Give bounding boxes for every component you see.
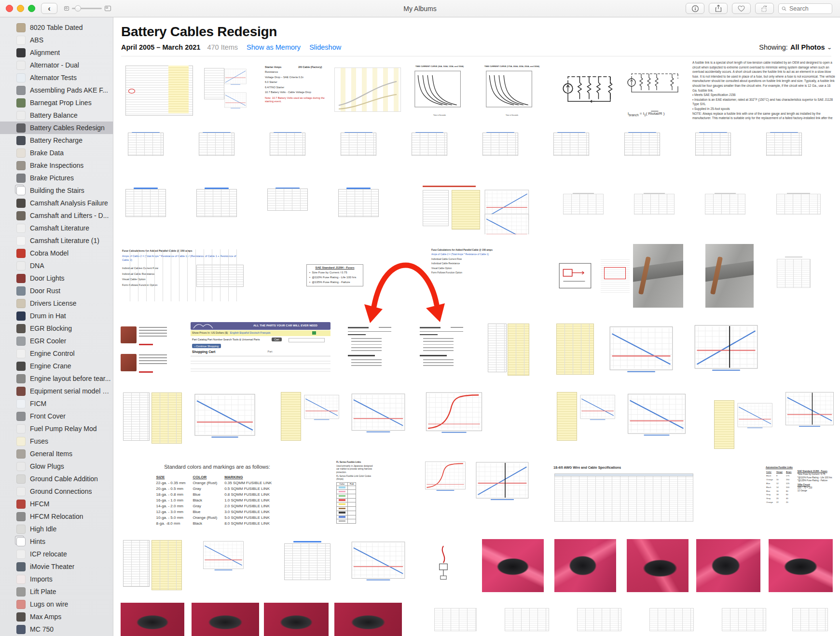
sidebar-item-drum-in-hat[interactable]: Drum in Hat [0,310,113,322]
photo-thumbnail-table-pair[interactable] [486,321,531,377]
photo-thumbnail-chart[interactable] [201,540,246,590]
sidebar-item-hfcm-relocation[interactable]: HFCM Relocation [0,510,113,523]
photo-thumbnail-chart[interactable] [606,324,676,372]
sidebar-item-camshaft-and-lifters-d[interactable]: Camshaft and Lifters - D... [0,209,113,222]
photo-thumbnail-circuit[interactable] [560,68,619,112]
photo-thumbnail-table-mini[interactable] [192,131,242,165]
sidebar-item-door-lights[interactable]: Door Lights [0,272,113,284]
photo-thumbnail-photo-red[interactable] [482,539,544,592]
photo-thumbnail-chart[interactable] [423,390,485,444]
photo-thumbnail-doc-chart2[interactable] [201,65,249,116]
sidebar-item-imports[interactable]: Imports [0,573,113,585]
photo-thumbnail-product[interactable] [121,324,167,377]
info-button[interactable] [686,3,704,14]
sidebar-item-hfcm[interactable]: HFCM [0,498,113,510]
sidebar-item-ground-connections[interactable]: Ground Connections [0,485,113,498]
photo-thumbnail-website[interactable]: ALL THE PARTS YOUR CAR WILL EVER NEED Sh… [191,322,330,377]
photo-thumbnail-photo-red[interactable] [769,539,833,592]
photo-thumbnail-colors[interactable]: Standard colors and markings are as foll… [145,461,289,527]
search-input[interactable] [778,3,832,14]
sidebar-item-battery-cables-redesign[interactable]: Battery Cables Redesign [0,122,113,134]
photo-thumbnail-photo-red[interactable] [696,539,760,592]
photo-thumbnail-doc-mini[interactable] [784,605,836,636]
sidebar-item-fuses[interactable]: Fuses [0,435,113,447]
favorite-button[interactable] [732,3,751,14]
sidebar-item-dna[interactable]: DNA [0,259,113,272]
photo-thumbnail-table-mini2[interactable] [333,186,384,222]
sidebar-item-8020-table-dated[interactable]: 8020 Table Dated [0,21,113,34]
photo-thumbnail-table-mini[interactable] [404,131,454,165]
sidebar-item-camshaft-literature-1[interactable]: Camshaft Literature (1) [0,234,113,247]
photo-thumbnail-table-red[interactable] [121,64,198,118]
sidebar-item-equipment-serial-model-n[interactable]: Equipment serial model n... [0,385,113,397]
sidebar-item-egr-blocking[interactable]: EGR Blocking [0,322,113,335]
sidebar-item-general-items[interactable]: General Items [0,447,113,460]
sidebar-item-icp-relocate[interactable]: ICP relocate [0,548,113,560]
photo-thumbnail-fusecalc[interactable]: Fuse Calculations for Added Parallel Cab… [121,248,245,303]
sidebar-item-barnegat-prop-lines[interactable]: Barnegat Prop Lines [0,96,113,109]
sidebar-item-door-rust[interactable]: Door Rust [0,284,113,297]
search-text-input[interactable] [788,5,829,13]
photo-thumbnail-table-mini[interactable] [688,131,738,165]
photo-thumbnail-table-gray[interactable] [771,255,816,297]
photo-thumbnail-awg[interactable]: 18-4/0 AWG Wire and Cable Specifications [551,464,696,525]
photo-thumbnail-photo-carpet[interactable] [192,603,259,636]
sidebar-item-alignment[interactable]: Alignment [0,46,113,59]
zoom-window-button[interactable] [28,5,35,12]
photo-thumbnail-table-pair[interactable] [121,390,184,445]
rotate-button[interactable] [755,3,774,14]
photo-thumbnail-table-mini2[interactable] [192,186,242,222]
sidebar-item-camshaft-literature[interactable]: Camshaft Literature [0,222,113,234]
photo-thumbnail-photo-carpet[interactable] [334,603,402,636]
photo-thumbnail-photo-carpet[interactable] [264,603,329,636]
photo-thumbnail-photo-red[interactable] [627,539,689,592]
sidebar-item-lugs-on-wire[interactable]: Lugs on wire [0,598,113,610]
photo-thumbnail-sketch-red[interactable] [428,543,458,582]
back-button[interactable]: ‹ [41,3,57,14]
photo-thumbnail-chart[interactable] [691,323,761,375]
photo-thumbnail-text-doc[interactable] [416,324,467,374]
sidebar-item-glow-plugs[interactable]: Glow Plugs [0,460,113,473]
sidebar-item-engine-crane[interactable]: Engine Crane [0,360,113,372]
photo-thumbnail-table-mini2[interactable] [278,540,336,588]
sidebar-item-brake-data[interactable]: Brake Data [0,147,113,159]
sidebar-item-brake-pictures[interactable]: Brake Pictures [0,172,113,184]
sidebar-item-alternator-tests[interactable]: Alternator Tests [0,71,113,84]
photo-thumbnail-text-doc[interactable] [344,324,395,374]
photo-thumbnail-table-chart[interactable] [554,390,618,444]
photo-thumbnail-chart[interactable] [192,392,258,443]
sidebar-item-ficm[interactable]: FICM [0,397,113,410]
photo-thumbnail-curves[interactable]: TIME CURRENT CURVE (175A, 200A, 225A, 25… [482,64,542,117]
photo-thumbnail-table-mini2[interactable] [262,186,313,215]
photo-thumbnail-doc-mini[interactable] [712,605,776,636]
sidebar-item-alternator-dual[interactable]: Alternator - Dual [0,59,113,71]
photo-thumbnail-table-pair[interactable] [121,538,184,591]
photo-thumbnail-chart[interactable] [349,540,408,588]
thumbnail-size-slider[interactable] [64,6,111,11]
photo-thumbnail-autolinks[interactable]: Automotive Fusible Links ColorGaugeAmps … [764,465,836,512]
photo-thumbnail-circuit-red[interactable] [555,258,595,295]
sidebar-item-fuel-pump-relay-mod[interactable]: Fuel Pump Relay Mod [0,422,113,435]
photo-thumbnail-photo-gray[interactable] [633,244,683,308]
sidebar-item-camshaft-analysis-failure[interactable]: Camshaft Analysis Failure [0,197,113,209]
photo-thumbnail-chart[interactable] [349,392,408,443]
photo-thumbnail-combo[interactable] [418,184,534,234]
slider-track[interactable] [72,8,102,9]
photo-thumbnail-table-gray[interactable] [699,191,752,221]
sidebar-item-drivers-license[interactable]: Drivers License [0,297,113,310]
close-window-button[interactable] [6,5,13,12]
sidebar-item-brake-inspections[interactable]: Brake Inspections [0,159,113,172]
sidebar-item-egr-cooler[interactable]: EGR Cooler [0,335,113,347]
sidebar-item-assembling-pads-ake-f[interactable]: Assembling Pads AKE F... [0,84,113,96]
sidebar-item-mc-750[interactable]: MC 750 [0,623,113,636]
photo-thumbnail-photo-red[interactable] [554,539,616,592]
photo-thumbnail-table-mini[interactable] [759,131,809,165]
photo-thumbnail-curves[interactable]: TIME CURRENT CURVE (30A, 100A, 125A, and… [411,64,468,117]
photo-thumbnail-table-mini[interactable] [546,131,596,165]
sidebar-item-hints[interactable]: Hints [0,535,113,548]
photo-thumbnail-table-mini[interactable] [475,131,525,165]
photo-thumbnail-doc-mini[interactable] [567,605,632,636]
photo-thumbnail-table-chart[interactable] [278,390,342,444]
sidebar-item-front-cover[interactable]: Front Cover [0,410,113,422]
sidebar-item-engine-layout-before-tear[interactable]: Engine layout before tear... [0,372,113,385]
